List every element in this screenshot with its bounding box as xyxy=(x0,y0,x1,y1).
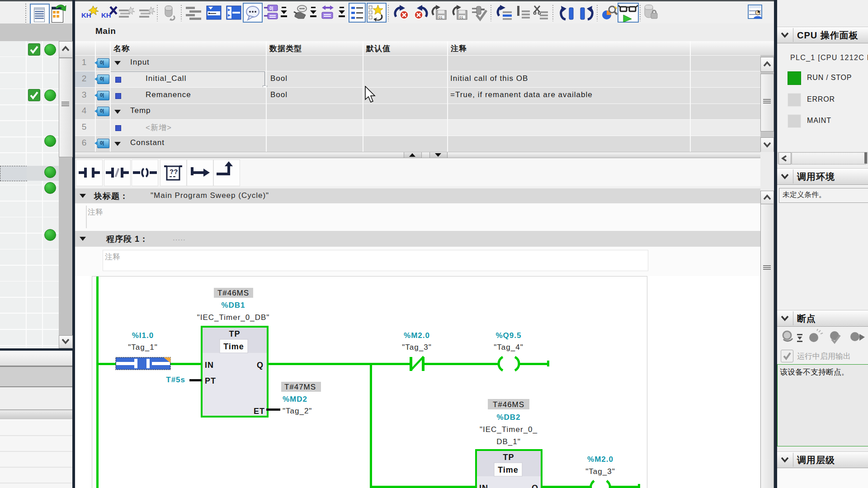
svg-text:IN: IN xyxy=(205,361,214,370)
svg-text:01: 01 xyxy=(439,15,443,19)
svg-text:%Q9.5: %Q9.5 xyxy=(496,331,522,340)
svg-text:T#46MS: T#46MS xyxy=(493,400,524,409)
svg-text:DB_1": DB_1" xyxy=(496,437,521,446)
svg-text:0|: 0| xyxy=(269,6,274,11)
svg-text:01: 01 xyxy=(459,15,463,19)
svg-text:%M2.0: %M2.0 xyxy=(404,331,430,340)
svg-text:%I1.0: %I1.0 xyxy=(132,331,154,340)
svg-text:Time: Time xyxy=(223,342,244,351)
svg-text:"Tag_3": "Tag_3" xyxy=(402,343,431,352)
svg-text:%MD2: %MD2 xyxy=(283,395,307,404)
svg-text:Time: Time xyxy=(498,465,519,474)
svg-text:"Tag_2": "Tag_2" xyxy=(283,407,312,415)
svg-text:PT: PT xyxy=(205,376,216,385)
svg-text:%M2.0: %M2.0 xyxy=(587,455,613,464)
svg-text:TP: TP xyxy=(229,329,240,338)
svg-text:%DB2: %DB2 xyxy=(496,413,520,422)
svg-text:TP: TP xyxy=(503,453,514,462)
svg-text:"Tag_3": "Tag_3" xyxy=(585,467,615,476)
svg-text:IN: IN xyxy=(479,483,488,488)
svg-text:Q: Q xyxy=(257,361,264,370)
svg-text:ET: ET xyxy=(254,407,265,416)
svg-text:"IEC_Timer_0_: "IEC_Timer_0_ xyxy=(480,425,538,434)
svg-text:T#5s: T#5s xyxy=(166,375,185,384)
svg-text:Q: Q xyxy=(532,483,538,488)
svg-text:"IEC_Timer_0_DB": "IEC_Timer_0_DB" xyxy=(197,313,270,322)
svg-text:KH: KH xyxy=(101,11,111,19)
svg-text:T#46MS: T#46MS xyxy=(217,289,249,297)
svg-text:"Tag_4": "Tag_4" xyxy=(494,343,523,352)
svg-text:%DB1: %DB1 xyxy=(221,301,245,310)
svg-text:KH: KH xyxy=(81,11,91,19)
svg-text:T#47MS: T#47MS xyxy=(284,383,316,391)
svg-text:"Tag_1": "Tag_1" xyxy=(128,343,157,352)
svg-text:??: ?? xyxy=(170,168,178,175)
